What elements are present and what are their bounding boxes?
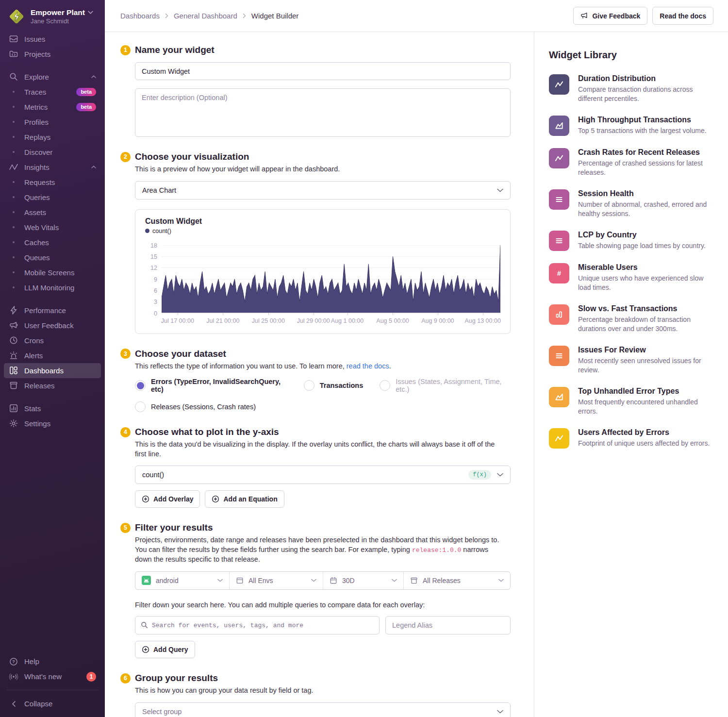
select-value: count(): [142, 471, 164, 479]
sidebar-item-requests[interactable]: Requests: [4, 175, 101, 190]
dataset-radio-transactions[interactable]: Transactions: [304, 380, 363, 391]
x-tick-mark: [178, 313, 178, 315]
sidebar-item-queues[interactable]: Queues: [4, 250, 101, 265]
widget-builder-page: Empower Plant Jane Schmidt Issues Projec…: [0, 0, 728, 717]
button-label: Add Overlay: [153, 495, 193, 503]
sidebar-item-discover[interactable]: Discover: [4, 145, 101, 160]
bullet-icon: [13, 196, 15, 198]
dataset-radio-releases[interactable]: Releases (Sessions, Crash rates): [135, 401, 256, 412]
library-item-top-unhandled-errors[interactable]: Top Unhandled Error TypesMost frequently…: [549, 387, 713, 416]
x-tick-label: Jul 29 00:00: [297, 317, 330, 324]
sidebar-item-assets[interactable]: Assets: [4, 205, 101, 220]
environment-filter[interactable]: All Envs: [229, 572, 323, 589]
query-search-input[interactable]: [135, 616, 380, 634]
sidebar-item-alerts[interactable]: Alerts: [4, 348, 101, 363]
sidebar-item-settings[interactable]: Settings: [4, 416, 101, 431]
number-icon: #: [549, 263, 569, 283]
library-item-description: Compare transaction durations across dif…: [578, 85, 713, 103]
sidebar-item-crons[interactable]: Crons: [4, 333, 101, 348]
chart-x-axis: Jul 17 00:00Jul 21 00:00Jul 25 00:00Jul …: [162, 313, 500, 329]
visualization-select[interactable]: Area Chart: [135, 181, 511, 200]
sidebar-section-insights[interactable]: Insights: [4, 160, 101, 175]
box-icon: [9, 381, 18, 390]
insights-icon: [9, 163, 18, 172]
step-y-axis: 4 Choose what to plot in the y-axis This…: [120, 427, 511, 508]
chevron-down-icon: [217, 579, 223, 582]
sidebar-item-help[interactable]: ? Help: [4, 654, 101, 669]
breadcrumb-dashboards[interactable]: Dashboards: [120, 12, 160, 20]
sidebar-item-label: Dashboards: [24, 367, 64, 375]
sidebar-item-projects[interactable]: Projects: [4, 47, 101, 62]
legend-alias-input[interactable]: [385, 616, 511, 634]
sidebar-item-whats-new[interactable]: What's new 1: [4, 669, 101, 684]
plus-circle-icon: [212, 495, 219, 503]
library-item-description: Footprint of unique users affected by er…: [578, 439, 710, 448]
library-item-duration-distribution[interactable]: Duration DistributionCompare transaction…: [549, 74, 713, 103]
sidebar-item-releases[interactable]: Releases: [4, 378, 101, 393]
sidebar-item-label: Requests: [24, 178, 55, 186]
line-chart-icon: [549, 428, 569, 449]
library-item-crash-rates[interactable]: Crash Rates for Recent ReleasesPercentag…: [549, 148, 713, 177]
library-item-miserable-users[interactable]: # Miserable UsersUnique users who have e…: [549, 263, 713, 292]
chevron-down-icon: [497, 473, 503, 477]
org-switcher[interactable]: Empower Plant Jane Schmidt: [0, 0, 105, 32]
x-tick-label: Jul 21 00:00: [206, 317, 239, 324]
x-tick-label: Aug 1 00:00: [331, 317, 364, 324]
sidebar-item-llm-monitoring[interactable]: LLM Monitoring: [4, 280, 101, 295]
sidebar-item-caches[interactable]: Caches: [4, 235, 101, 250]
x-tick-label: Jul 25 00:00: [252, 317, 285, 324]
topbar-actions: Give Feedback Read the docs: [573, 7, 713, 25]
bullet-icon: [13, 211, 15, 213]
project-filter[interactable]: android: [135, 572, 229, 589]
widget-preview-panel: Custom Widget count() 0369121518: [135, 209, 511, 334]
step-dataset: 3 Choose your dataset This reflects the …: [120, 349, 511, 413]
library-item-description: Table showing page load times by country…: [578, 241, 706, 250]
date-range-filter[interactable]: 30D: [323, 572, 403, 589]
sidebar-item-queries[interactable]: Queries: [4, 190, 101, 205]
library-item-session-health[interactable]: Session HealthNumber of abnormal, crashe…: [549, 189, 713, 218]
sidebar-item-profiles[interactable]: Profiles: [4, 115, 101, 130]
release-filter[interactable]: All Releases: [403, 572, 510, 589]
sidebar-item-traces[interactable]: Tracesbeta: [4, 84, 101, 100]
library-item-slow-fast-transactions[interactable]: Slow vs. Fast TransactionsPercentage bre…: [549, 304, 713, 333]
dataset-radio-errors[interactable]: Errors (TypeError, InvalidSearchQuery, e…: [135, 378, 287, 393]
sidebar-item-metrics[interactable]: Metricsbeta: [4, 100, 101, 115]
bullet-icon: [13, 106, 15, 108]
read-the-docs-link[interactable]: read the docs: [347, 362, 389, 370]
sidebar-item-stats[interactable]: Stats: [4, 401, 101, 416]
dataset-radio-issues: Issues (States, Assignment, Time, etc.): [380, 378, 511, 393]
radio-label: Issues (States, Assignment, Time, etc.): [396, 378, 511, 393]
group-select[interactable]: Select group: [135, 702, 511, 717]
widget-title-input[interactable]: [135, 62, 511, 80]
sidebar-item-dashboards[interactable]: Dashboards: [4, 363, 101, 378]
add-overlay-button[interactable]: Add Overlay: [135, 490, 200, 508]
sidebar-item-replays[interactable]: Replays: [4, 130, 101, 145]
sidebar-item-issues[interactable]: Issues: [4, 32, 101, 47]
add-equation-button[interactable]: Add an Equation: [205, 490, 284, 508]
library-item-high-throughput[interactable]: High Throughput TransactionsTop 5 transa…: [549, 116, 713, 136]
x-tick-label: Jul 17 00:00: [161, 317, 194, 324]
library-item-users-affected[interactable]: Users Affected by ErrorsFootprint of uni…: [549, 428, 713, 449]
sidebar-section-explore[interactable]: Explore: [4, 69, 101, 84]
sidebar-item-mobile-screens[interactable]: Mobile Screens: [4, 265, 101, 280]
sidebar-item-label: What's new: [24, 672, 62, 681]
plus-circle-icon: [142, 495, 149, 503]
chevron-down-icon: [497, 710, 503, 714]
sidebar-collapse-button[interactable]: Collapse: [4, 696, 101, 711]
widget-description-textarea[interactable]: [135, 88, 511, 137]
library-item-description: Most recently seen unresolved issues for…: [578, 356, 713, 375]
give-feedback-button[interactable]: Give Feedback: [573, 7, 647, 25]
sidebar-section-label: Explore: [24, 73, 49, 81]
sidebar-item-performance[interactable]: Performance: [4, 303, 101, 318]
read-docs-button[interactable]: Read the docs: [652, 7, 713, 25]
library-item-lcp-by-country[interactable]: LCP by CountryTable showing page load ti…: [549, 231, 713, 251]
breadcrumb-general-dashboard[interactable]: General Dashboard: [174, 12, 237, 20]
y-axis-function-select[interactable]: count() f(x): [135, 466, 511, 484]
library-item-issues-for-review[interactable]: Issues For ReviewMost recently seen unre…: [549, 346, 713, 375]
sidebar-item-web-vitals[interactable]: Web Vitals: [4, 220, 101, 235]
bullet-icon: [13, 151, 15, 153]
step-title: Name your widget: [135, 45, 215, 55]
sidebar-item-user-feedback[interactable]: User Feedback: [4, 318, 101, 333]
broadcast-icon: [9, 672, 18, 681]
add-query-button[interactable]: Add Query: [135, 641, 195, 658]
